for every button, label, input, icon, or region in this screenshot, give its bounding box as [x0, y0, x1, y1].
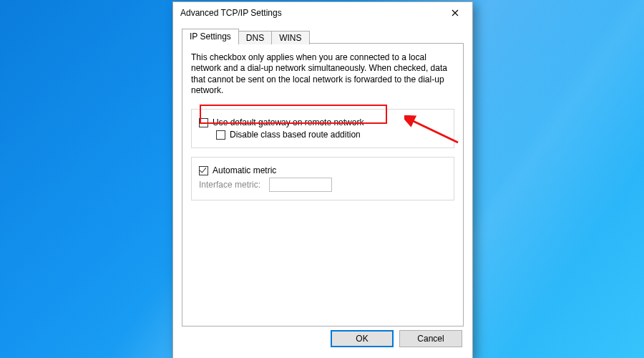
- titlebar: Advanced TCP/IP Settings: [173, 2, 472, 24]
- ok-button[interactable]: OK: [331, 330, 394, 347]
- tab-wins[interactable]: WINS: [271, 31, 309, 44]
- advanced-tcpip-settings-dialog: Advanced TCP/IP Settings IP Settings DNS…: [172, 1, 473, 358]
- use-default-gateway-label: Use default gateway on remote network: [213, 117, 364, 127]
- metric-group: Automatic metric Interface metric:: [191, 157, 454, 200]
- tab-strip: IP Settings DNS WINS: [182, 28, 464, 44]
- close-button[interactable]: [441, 3, 469, 23]
- automatic-metric-checkbox[interactable]: [199, 166, 208, 175]
- disable-class-route-checkbox[interactable]: [216, 130, 225, 140]
- description-text: This checkbox only applies when you are …: [191, 52, 454, 96]
- gateway-group: Use default gateway on remote network Di…: [191, 109, 454, 148]
- interface-metric-input: [269, 178, 332, 192]
- close-icon: [452, 9, 459, 16]
- use-default-gateway-checkbox[interactable]: [199, 118, 208, 127]
- tab-dns[interactable]: DNS: [238, 31, 272, 44]
- tab-page-ip-settings: This checkbox only applies when you are …: [182, 43, 464, 326]
- button-bar: OK Cancel: [182, 326, 464, 351]
- window-title: Advanced TCP/IP Settings: [180, 8, 441, 18]
- tab-ip-settings[interactable]: IP Settings: [182, 29, 239, 44]
- automatic-metric-label: Automatic metric: [213, 165, 276, 175]
- client-area: IP Settings DNS WINS This checkbox only …: [173, 24, 472, 358]
- cancel-button[interactable]: Cancel: [399, 330, 462, 347]
- interface-metric-label: Interface metric:: [199, 180, 260, 190]
- disable-class-route-label: Disable class based route addition: [230, 130, 361, 140]
